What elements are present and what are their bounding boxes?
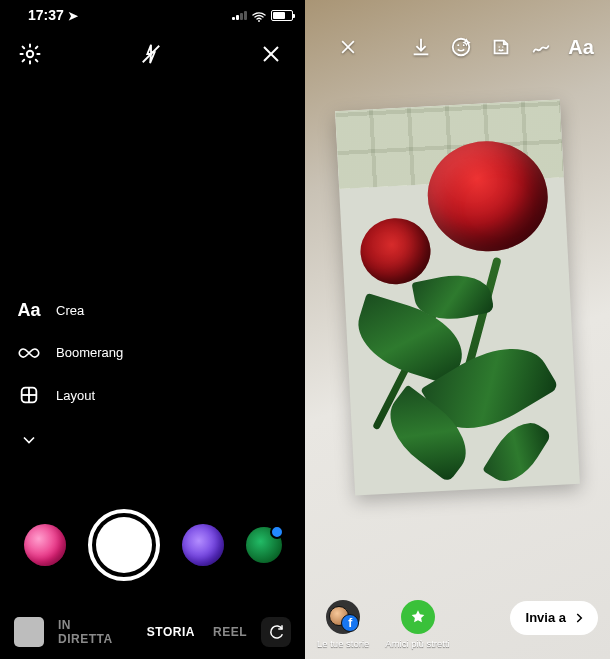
- flash-toggle-button[interactable]: [140, 43, 162, 69]
- dest-label: Le tue storie: [317, 638, 369, 649]
- chevron-down-icon: [16, 430, 42, 450]
- effects-button[interactable]: [448, 34, 474, 60]
- cell-signal-icon: [232, 10, 247, 20]
- svg-point-13: [498, 46, 499, 47]
- expand-modes-button[interactable]: [16, 430, 123, 450]
- draw-button[interactable]: [528, 34, 554, 60]
- svg-point-14: [502, 46, 503, 47]
- tab-reel[interactable]: REEL: [213, 625, 247, 639]
- status-time: 17:37➤: [28, 7, 78, 23]
- shutter-button[interactable]: [88, 509, 160, 581]
- close-editor-button[interactable]: [335, 34, 361, 60]
- camera-top-controls: [0, 28, 305, 80]
- mode-crea[interactable]: Aa Crea: [16, 300, 123, 321]
- send-to-button[interactable]: Invia a: [510, 601, 598, 635]
- format-tabs: IN DIRETTA STORIA REEL: [58, 618, 247, 646]
- star-icon: [410, 609, 426, 625]
- editor-toolbar: Aa: [305, 34, 610, 60]
- wifi-icon: [251, 9, 267, 21]
- rose-photo: [335, 99, 580, 495]
- text-tool-button[interactable]: Aa: [568, 34, 594, 60]
- svg-point-0: [258, 20, 260, 22]
- filter-effect-right-2[interactable]: [246, 527, 282, 563]
- layout-grid-icon: [16, 384, 42, 406]
- camera-bottom-bar: IN DIRETTA STORIA REEL: [0, 617, 305, 647]
- download-button[interactable]: [408, 34, 434, 60]
- mode-layout[interactable]: Layout: [16, 384, 123, 406]
- capture-mode-list: Aa Crea Boomerang Layout: [16, 300, 123, 450]
- gallery-picker-button[interactable]: [14, 617, 44, 647]
- send-label: Invia a: [526, 610, 566, 625]
- facebook-badge-icon: f: [341, 614, 359, 632]
- dest-label: Amici più stretti: [385, 638, 449, 649]
- status-right: [232, 9, 293, 21]
- story-editor-screen: Aa f Le tue storie Amici più stretti Inv…: [305, 0, 610, 659]
- share-bar: f Le tue storie Amici più stretti Invia …: [305, 600, 610, 649]
- location-services-icon: ➤: [68, 9, 78, 23]
- share-your-stories[interactable]: f Le tue storie: [317, 600, 369, 649]
- status-bar: 17:37➤: [0, 0, 305, 28]
- chevron-right-icon: [572, 611, 586, 625]
- filter-effect-right-1[interactable]: [182, 524, 224, 566]
- tab-storia[interactable]: STORIA: [147, 625, 195, 639]
- story-media-preview[interactable]: [335, 99, 580, 495]
- mode-boomerang[interactable]: Boomerang: [16, 345, 123, 360]
- infinity-icon: [16, 346, 42, 360]
- svg-point-1: [27, 51, 33, 57]
- share-close-friends[interactable]: Amici più stretti: [385, 600, 449, 649]
- mode-label: Crea: [56, 303, 84, 318]
- sticker-button[interactable]: [488, 34, 514, 60]
- mode-label: Layout: [56, 388, 95, 403]
- tab-diretta[interactable]: IN DIRETTA: [58, 618, 129, 646]
- text-aa-icon: Aa: [16, 300, 42, 321]
- filter-effect-left[interactable]: [24, 524, 66, 566]
- settings-button[interactable]: [18, 42, 42, 70]
- svg-point-11: [457, 44, 459, 46]
- mode-label: Boomerang: [56, 345, 123, 360]
- capture-controls: [0, 509, 305, 581]
- story-camera-screen: 17:37➤ Aa Crea Boomerang: [0, 0, 305, 659]
- switch-camera-button[interactable]: [261, 617, 291, 647]
- battery-icon: [271, 10, 293, 21]
- svg-point-12: [463, 44, 465, 46]
- close-camera-button[interactable]: [259, 42, 283, 70]
